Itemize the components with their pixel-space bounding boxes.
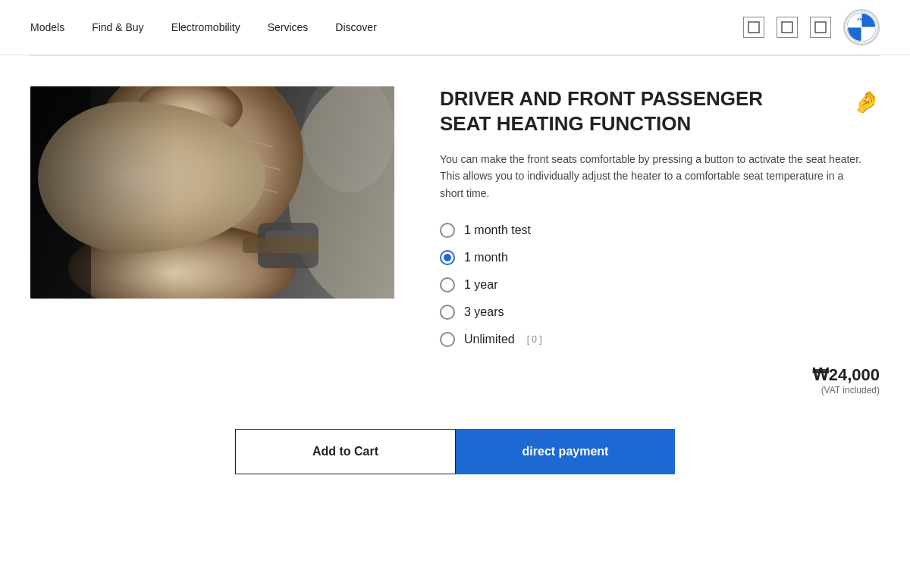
nav-models[interactable]: Models: [30, 21, 64, 33]
svg-point-19: [136, 86, 243, 139]
main-content: DRIVER AND FRONT PASSENGER SEAT HEATING …: [0, 56, 910, 414]
radio-1-month-test: [440, 223, 455, 238]
svg-point-12: [91, 86, 303, 253]
product-title-row: DRIVER AND FRONT PASSENGER SEAT HEATING …: [440, 86, 880, 136]
bmw-logo[interactable]: BMW: [843, 9, 880, 45]
product-details: DRIVER AND FRONT PASSENGER SEAT HEATING …: [440, 86, 880, 414]
option-3-years[interactable]: 3 years: [440, 305, 880, 320]
option-label-1-month: 1 month: [464, 251, 508, 264]
nav-find-buy[interactable]: Find & Buy: [92, 21, 143, 33]
svg-rect-0: [748, 22, 759, 33]
direct-payment-button[interactable]: direct payment: [456, 429, 675, 474]
svg-rect-10: [30, 86, 394, 299]
hand-icon: 🤌: [853, 89, 880, 114]
nav-discover[interactable]: Discover: [335, 21, 376, 33]
add-to-cart-button[interactable]: Add to Cart: [235, 429, 456, 474]
nav-icon-1[interactable]: [743, 17, 764, 38]
radio-unlimited: [440, 332, 455, 347]
options-list: 1 month test 1 month 1 year 3 years: [440, 223, 880, 347]
svg-rect-18: [30, 86, 91, 299]
nav-services[interactable]: Services: [268, 21, 309, 33]
svg-rect-2: [815, 22, 826, 33]
product-image-placeholder: [30, 86, 394, 299]
option-label-1-month-test: 1 month test: [464, 224, 531, 237]
svg-text:BMW: BMW: [858, 17, 867, 21]
svg-rect-15: [265, 230, 311, 253]
price-amount: ₩24,000: [812, 365, 880, 385]
product-image: [30, 86, 394, 414]
radio-3-years: [440, 305, 455, 320]
option-unlimited[interactable]: Unlimited [ 0 ]: [440, 332, 880, 347]
buttons-wrapper: Add to Cart direct payment: [235, 429, 675, 474]
product-title: DRIVER AND FRONT PASSENGER SEAT HEATING …: [440, 86, 804, 136]
svg-rect-14: [258, 223, 318, 268]
option-label-unlimited: Unlimited: [464, 333, 515, 346]
nav-icon-2[interactable]: [777, 17, 798, 38]
option-label-3-years: 3 years: [464, 305, 504, 319]
radio-inner-1-month: [444, 254, 451, 261]
bottom-area: Add to Cart direct payment: [0, 414, 910, 489]
option-1-month-test[interactable]: 1 month test: [440, 223, 880, 238]
svg-rect-9: [30, 86, 394, 299]
svg-point-17: [303, 86, 394, 192]
price-vat: (VAT included): [821, 385, 880, 396]
radio-1-month: [440, 250, 455, 265]
price-row: ₩24,000 (VAT included): [440, 365, 880, 396]
product-description: You can make the front seats comfortable…: [440, 151, 864, 202]
option-badge-unlimited: [ 0 ]: [527, 334, 542, 345]
nav-electromobility[interactable]: Electromobility: [171, 21, 240, 33]
svg-rect-1: [782, 22, 792, 33]
svg-point-13: [68, 223, 296, 299]
option-1-year[interactable]: 1 year: [440, 277, 880, 292]
radio-1-year: [440, 277, 455, 292]
navbar: Models Find & Buy Electromobility Servic…: [0, 0, 910, 55]
svg-point-11: [288, 86, 394, 299]
nav-icon-3[interactable]: [810, 17, 831, 38]
nav-right: BMW: [743, 9, 880, 45]
svg-rect-16: [243, 238, 318, 253]
option-1-month[interactable]: 1 month: [440, 250, 880, 265]
nav-links: Models Find & Buy Electromobility Servic…: [30, 21, 377, 33]
option-label-1-year: 1 year: [464, 278, 497, 292]
